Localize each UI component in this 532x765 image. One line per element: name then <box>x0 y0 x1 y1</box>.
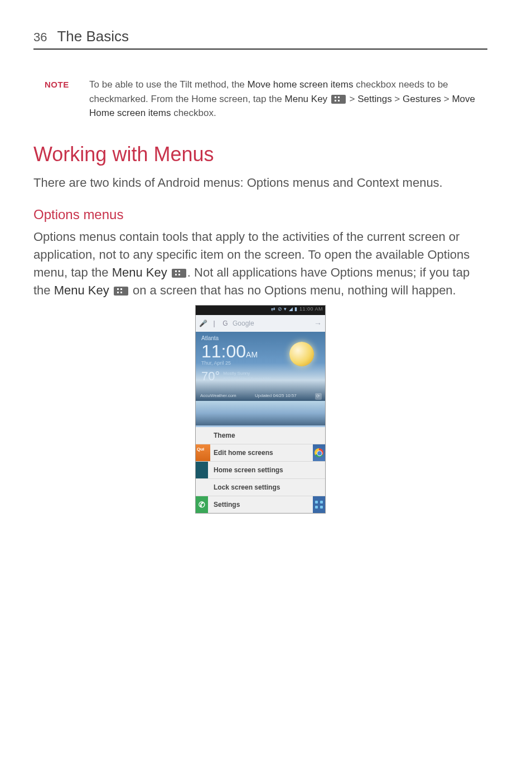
wallpaper-landscape <box>196 401 325 425</box>
phone-frame: ⇄ ⊘ ▾ ◢ ▮ 11:00 AM 🎤 | G Google → Atlant… <box>195 305 326 514</box>
weather-widget[interactable]: Atlanta 11:00AM Thur, April 25 70° Mostl… <box>196 332 325 401</box>
note-bold: Gestures <box>403 94 441 104</box>
menu-label: Home screen settings <box>214 466 283 474</box>
note-text: > <box>392 94 403 104</box>
weather-ampm: AM <box>246 350 258 359</box>
options-menu: Theme Qui Edit home screens Home screen … <box>196 425 325 513</box>
intro-paragraph: There are two kinds of Android menus: Op… <box>33 174 487 192</box>
weather-cond-2: 62°/78° Wind 6mph NW <box>223 376 270 382</box>
section-title: The Basics <box>57 28 129 45</box>
divider-icon: | <box>210 319 218 327</box>
weather-time-value: 11:00 <box>201 341 246 361</box>
menu-key-icon <box>172 269 186 278</box>
note-text: To be able to use the Tilt method, the <box>89 79 248 90</box>
note-bold: Move home screen items <box>248 79 354 90</box>
arrow-right-icon[interactable]: → <box>314 319 322 328</box>
menu-item-home-settings[interactable]: Home screen settings <box>196 461 325 478</box>
note-block: NOTE To be able to use the Tilt method, … <box>45 78 487 120</box>
dock-strip <box>196 462 208 478</box>
note-label: NOTE <box>45 78 89 120</box>
phone-screenshot: ⇄ ⊘ ▾ ◢ ▮ 11:00 AM 🎤 | G Google → Atlant… <box>33 305 487 514</box>
page-header: 36 The Basics <box>33 28 487 50</box>
sub-heading: Options menus <box>33 207 487 222</box>
page-number: 36 <box>33 30 47 45</box>
status-bar: ⇄ ⊘ ▾ ◢ ▮ 11:00 AM <box>196 306 325 315</box>
apps-icon <box>313 496 325 513</box>
search-bar[interactable]: 🎤 | G Google → <box>196 315 325 332</box>
body-text: on a screen that has no Options menu, no… <box>129 283 456 297</box>
search-placeholder[interactable]: Google <box>233 319 311 327</box>
refresh-icon[interactable]: ⟳ <box>315 393 322 400</box>
weather-cond-1: Mostly Sunny <box>223 371 270 376</box>
note-text: > <box>347 94 357 104</box>
google-g-icon: G <box>221 319 229 327</box>
weather-provider: AccuWeather.com <box>200 393 236 400</box>
menu-label: Edit home screens <box>214 449 273 457</box>
sun-icon <box>289 342 314 366</box>
note-text: > <box>441 94 452 104</box>
mic-icon[interactable]: 🎤 <box>199 319 207 327</box>
weather-row: 70° Mostly Sunny 62°/78° Wind 6mph NW <box>201 369 320 384</box>
weather-temp: 70° <box>201 369 220 384</box>
weather-city: Atlanta <box>201 335 320 341</box>
note-bold: Menu Key <box>285 94 328 104</box>
menu-key-icon <box>114 287 128 296</box>
note-text: checkbox. <box>171 108 216 118</box>
menu-key-icon <box>331 95 346 104</box>
menu-item-edit-home[interactable]: Qui Edit home screens <box>196 444 325 461</box>
menu-item-settings[interactable]: ✆ Settings <box>196 496 325 513</box>
note-bold: Settings <box>357 94 391 104</box>
body-bold: Menu Key <box>112 265 167 279</box>
note-body: To be able to use the Tilt method, the M… <box>89 78 487 120</box>
weather-conditions: Mostly Sunny 62°/78° Wind 6mph NW <box>223 371 270 381</box>
weather-updated: Updated 04/25 10:57 <box>255 393 297 400</box>
quickmemo-icon: Qui <box>196 444 210 461</box>
body-paragraph: Options menus contain tools that apply t… <box>33 228 487 299</box>
main-heading: Working with Menus <box>33 143 487 166</box>
menu-label: Settings <box>214 501 240 509</box>
body-bold: Menu Key <box>54 283 109 297</box>
menu-item-theme[interactable]: Theme <box>196 425 325 444</box>
chrome-icon <box>313 444 325 461</box>
phone-icon: ✆ <box>196 496 208 513</box>
menu-label: Lock screen settings <box>214 483 280 491</box>
weather-footer: AccuWeather.com Updated 04/25 10:57 ⟳ <box>200 393 322 400</box>
status-time: 11:00 AM <box>299 306 323 312</box>
menu-item-lock-settings[interactable]: Lock screen settings <box>196 478 325 496</box>
status-icons: ⇄ ⊘ ▾ ◢ ▮ <box>271 306 298 312</box>
menu-label: Theme <box>214 432 235 439</box>
